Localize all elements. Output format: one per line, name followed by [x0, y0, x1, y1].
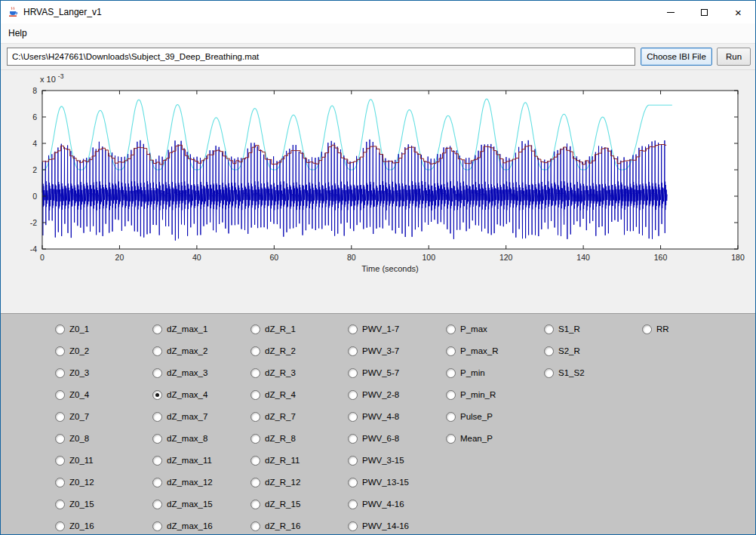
radio-option-PWV_6-8[interactable]: PWV_6-8: [348, 431, 409, 446]
radio-circle[interactable]: [55, 368, 65, 378]
radio-circle[interactable]: [348, 368, 358, 378]
choose-ibi-file-button[interactable]: Choose IBI File: [641, 48, 712, 66]
radio-option-dZ_R_12[interactable]: dZ_R_12: [250, 475, 300, 490]
radio-circle[interactable]: [55, 390, 65, 400]
radio-circle[interactable]: [544, 368, 554, 378]
radio-circle[interactable]: [250, 456, 260, 466]
radio-circle[interactable]: [55, 434, 65, 444]
radio-circle[interactable]: [152, 390, 162, 400]
radio-option-Z0_16[interactable]: Z0_16: [55, 518, 94, 533]
radio-circle[interactable]: [250, 500, 260, 509]
radio-option-dZ_R_4[interactable]: dZ_R_4: [250, 387, 300, 402]
radio-option-dZ_max_8[interactable]: dZ_max_8: [152, 431, 213, 446]
radio-option-dZ_R_16[interactable]: dZ_R_16: [250, 518, 300, 533]
radio-option-Mean_P[interactable]: Mean_P: [446, 431, 499, 446]
radio-circle[interactable]: [152, 521, 162, 531]
radio-circle[interactable]: [55, 500, 65, 509]
radio-option-S1_R[interactable]: S1_R: [544, 321, 585, 337]
radio-circle[interactable]: [55, 478, 65, 487]
radio-circle[interactable]: [446, 368, 456, 378]
radio-circle[interactable]: [446, 324, 456, 334]
radio-circle[interactable]: [250, 324, 260, 334]
radio-option-dZ_max_7[interactable]: dZ_max_7: [152, 409, 213, 424]
radio-option-PWV_2-8[interactable]: PWV_2-8: [348, 387, 409, 402]
radio-circle[interactable]: [250, 434, 260, 444]
radio-option-P_max_R[interactable]: P_max_R: [446, 343, 499, 358]
radio-option-dZ_R_3[interactable]: dZ_R_3: [250, 365, 300, 380]
radio-option-PWV_1-7[interactable]: PWV_1-7: [348, 321, 409, 337]
maximize-button[interactable]: [687, 1, 721, 23]
radio-option-dZ_max_12[interactable]: dZ_max_12: [152, 475, 213, 490]
radio-circle[interactable]: [55, 521, 65, 531]
radio-circle[interactable]: [348, 412, 358, 422]
radio-circle[interactable]: [348, 456, 358, 466]
radio-option-Z0_2[interactable]: Z0_2: [55, 343, 94, 358]
radio-option-Z0_11[interactable]: Z0_11: [55, 453, 94, 468]
radio-circle[interactable]: [250, 346, 260, 356]
radio-option-PWV_3-15[interactable]: PWV_3-15: [348, 453, 409, 468]
run-button[interactable]: Run: [717, 48, 751, 66]
radio-option-dZ_R_2[interactable]: dZ_R_2: [250, 343, 300, 358]
radio-option-PWV_14-16[interactable]: PWV_14-16: [348, 518, 409, 533]
radio-circle[interactable]: [55, 324, 65, 334]
radio-option-Z0_4[interactable]: Z0_4: [55, 387, 94, 402]
radio-option-RR[interactable]: RR: [642, 321, 669, 337]
radio-circle[interactable]: [152, 412, 162, 422]
radio-option-Z0_8[interactable]: Z0_8: [55, 431, 94, 446]
radio-option-PWV_3-7[interactable]: PWV_3-7: [348, 343, 409, 358]
radio-circle[interactable]: [152, 346, 162, 356]
radio-circle[interactable]: [152, 478, 162, 487]
radio-option-P_max[interactable]: P_max: [446, 321, 499, 337]
radio-circle[interactable]: [642, 324, 652, 334]
radio-option-PWV_5-7[interactable]: PWV_5-7: [348, 365, 409, 380]
radio-circle[interactable]: [55, 346, 65, 356]
radio-option-S2_R[interactable]: S2_R: [544, 343, 585, 358]
ibi-file-path-input[interactable]: [7, 48, 635, 66]
radio-option-dZ_max_2[interactable]: dZ_max_2: [152, 343, 213, 358]
radio-option-Z0_1[interactable]: Z0_1: [55, 321, 94, 337]
close-button[interactable]: ×: [721, 1, 755, 23]
radio-circle[interactable]: [250, 478, 260, 487]
radio-option-dZ_R_8[interactable]: dZ_R_8: [250, 431, 300, 446]
radio-circle[interactable]: [55, 456, 65, 466]
radio-option-P_min_R[interactable]: P_min_R: [446, 387, 499, 402]
radio-circle[interactable]: [348, 500, 358, 509]
radio-circle[interactable]: [348, 324, 358, 334]
radio-option-Z0_3[interactable]: Z0_3: [55, 365, 94, 380]
radio-option-dZ_max_1[interactable]: dZ_max_1: [152, 321, 213, 337]
radio-circle[interactable]: [152, 434, 162, 444]
radio-option-Z0_15[interactable]: Z0_15: [55, 497, 94, 512]
radio-option-dZ_max_4[interactable]: dZ_max_4: [152, 387, 213, 402]
radio-circle[interactable]: [544, 346, 554, 356]
radio-circle[interactable]: [446, 412, 456, 422]
radio-circle[interactable]: [348, 478, 358, 487]
radio-circle[interactable]: [348, 434, 358, 444]
radio-option-PWV_13-15[interactable]: PWV_13-15: [348, 475, 409, 490]
radio-option-dZ_max_16[interactable]: dZ_max_16: [152, 518, 213, 533]
radio-option-Z0_12[interactable]: Z0_12: [55, 475, 94, 490]
radio-option-dZ_max_11[interactable]: dZ_max_11: [152, 453, 213, 468]
radio-circle[interactable]: [446, 390, 456, 400]
radio-circle[interactable]: [446, 434, 456, 444]
radio-circle[interactable]: [250, 368, 260, 378]
radio-option-Pulse_P[interactable]: Pulse_P: [446, 409, 499, 424]
radio-option-P_min[interactable]: P_min: [446, 365, 499, 380]
radio-option-S1_S2[interactable]: S1_S2: [544, 365, 585, 380]
menu-help[interactable]: Help: [1, 23, 35, 43]
radio-circle[interactable]: [250, 521, 260, 531]
radio-option-dZ_R_15[interactable]: dZ_R_15: [250, 497, 300, 512]
minimize-button[interactable]: [653, 1, 687, 23]
radio-option-dZ_R_7[interactable]: dZ_R_7: [250, 409, 300, 424]
radio-circle[interactable]: [152, 324, 162, 334]
radio-circle[interactable]: [152, 500, 162, 509]
radio-circle[interactable]: [55, 412, 65, 422]
radio-circle[interactable]: [348, 390, 358, 400]
radio-circle[interactable]: [152, 456, 162, 466]
radio-option-dZ_R_1[interactable]: dZ_R_1: [250, 321, 300, 337]
radio-circle[interactable]: [250, 390, 260, 400]
radio-circle[interactable]: [152, 368, 162, 378]
radio-circle[interactable]: [446, 346, 456, 356]
radio-option-PWV_4-16[interactable]: PWV_4-16: [348, 497, 409, 512]
radio-circle[interactable]: [544, 324, 554, 334]
radio-circle[interactable]: [250, 412, 260, 422]
